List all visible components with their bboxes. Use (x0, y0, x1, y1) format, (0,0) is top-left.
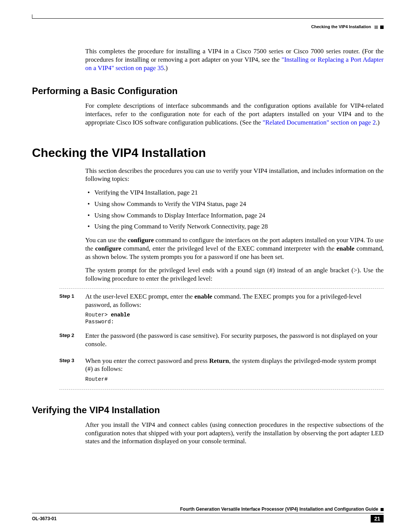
performing-paragraph: For complete descriptions of interface s… (85, 102, 384, 126)
steps-block: Step 1 At the user-level EXEC prompt, en… (59, 292, 384, 384)
footer-doc-id: OL-3673-01 (32, 516, 57, 521)
step-body: At the user-level EXEC prompt, enter the… (85, 292, 384, 326)
step-row: Step 3 When you enter the correct passwo… (59, 357, 384, 384)
configure-paragraph: You can use the configure command to con… (85, 236, 384, 261)
prompt-paragraph: The system prompt for the privileged lev… (85, 266, 384, 283)
link-related-doc[interactable]: "Related Documentation" section on page … (263, 119, 376, 126)
list-item: Using show Commands to Display Interface… (85, 211, 384, 220)
step-body: Enter the password (the password is case… (85, 332, 384, 351)
step-row: Step 2 Enter the password (the password … (59, 332, 384, 351)
verifying-block: After you install the VIP4 and connect c… (85, 421, 384, 446)
document-page: Checking the VIP4 Installation This comp… (0, 0, 411, 532)
checking-block: This section describes the procedures yo… (85, 167, 384, 283)
code-block: Router# (85, 376, 384, 383)
header-rule (32, 14, 384, 22)
topic-list: Verifying the VIP4 Installation, page 21… (85, 189, 384, 231)
heading-checking: Checking the VIP4 Installation (32, 146, 384, 160)
verifying-paragraph: After you install the VIP4 and connect c… (85, 421, 384, 446)
checking-intro: This section describes the procedures yo… (85, 167, 384, 184)
running-header: Checking the VIP4 Installation (32, 24, 384, 29)
performing-block: For complete descriptions of interface s… (85, 102, 384, 126)
divider (59, 389, 384, 390)
heading-performing: Performing a Basic Configuration (32, 86, 384, 96)
intro-block: This completes the procedure for install… (85, 47, 384, 72)
step-label: Step 3 (59, 357, 85, 384)
step-body: When you enter the correct password and … (85, 357, 384, 384)
list-item: Verifying the VIP4 Installation, page 21 (85, 189, 384, 197)
list-item: Using the ping Command to Verify Network… (85, 222, 384, 231)
page-number: 21 (371, 515, 384, 522)
code-block: Router> enable Password: (85, 312, 384, 326)
step-label: Step 1 (59, 292, 85, 326)
step-label: Step 2 (59, 332, 85, 351)
heading-verifying: Verifying the VIP4 Installation (32, 405, 384, 415)
divider (59, 288, 384, 289)
footer-doc-title: Fourth Generation Versatile Interface Pr… (32, 506, 384, 513)
step-row: Step 1 At the user-level EXEC prompt, en… (59, 292, 384, 326)
intro-paragraph: This completes the procedure for install… (85, 47, 384, 72)
running-header-text: Checking the VIP4 Installation (311, 24, 371, 29)
list-item: Using show Commands to Verify the VIP4 S… (85, 200, 384, 208)
page-footer: Fourth Generation Versatile Interface Pr… (32, 506, 384, 522)
